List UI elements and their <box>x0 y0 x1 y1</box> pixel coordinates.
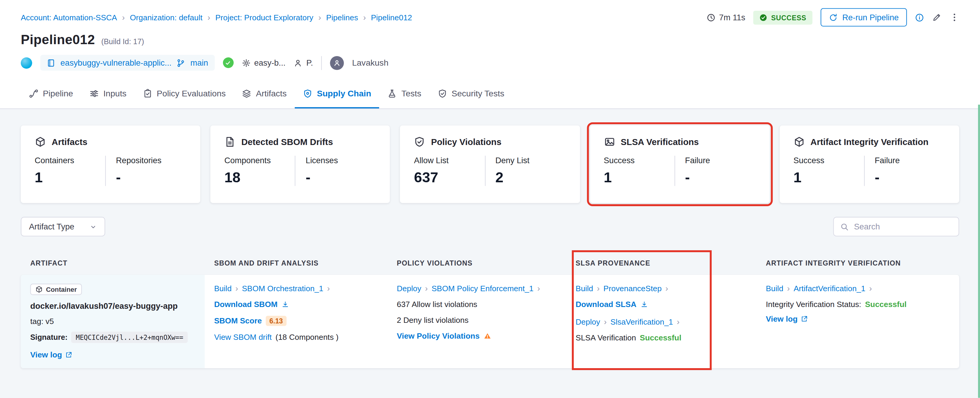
execution-duration: 7m 11s <box>706 13 745 22</box>
slsa-verification-status: SLSA Verification Successful <box>576 334 747 342</box>
security-tests-tab-icon <box>438 89 447 98</box>
info-icon[interactable] <box>915 13 924 22</box>
search-input[interactable] <box>854 222 952 232</box>
rerun-pipeline-button[interactable]: Re-run Pipeline <box>821 8 907 26</box>
chevron-right-icon: › <box>207 13 210 21</box>
execution-meta-row: easybuggy-vulnerable-applic... main easy… <box>21 55 959 79</box>
artifact-cell: Container docker.io/lavakush07/easy-bugg… <box>21 275 205 368</box>
chevron-right-icon: › <box>235 284 238 293</box>
provenance-step-link[interactable]: ProvenanceStep <box>603 284 662 293</box>
user-icon <box>294 58 302 67</box>
artifact-image-name: docker.io/lavakush07/easy-buggy-app <box>30 301 195 311</box>
status-badge: SUCCESS <box>754 10 813 24</box>
app-window: Account: Automation-SSCA › Organization:… <box>0 0 980 398</box>
chevron-right-icon: › <box>425 284 428 293</box>
breadcrumb-project-link[interactable]: Project: Product Exploratory <box>215 13 313 22</box>
artifacts-card: Artifacts Containers 1 Repositories - <box>21 125 200 203</box>
policy-step-link[interactable]: SBOM Policy Enforcement_1 <box>431 284 533 293</box>
integrity-verification-status: Integrity Verification Status: Successfu… <box>766 300 950 309</box>
artifact-signature: Signature: MEQCICde2Vjl...L+2+mqnOXw== <box>30 331 195 343</box>
artifacts-table: ARTIFACT SBOM AND DRIFT ANALYSIS POLICY … <box>21 259 959 368</box>
card-title: SLSA Verifications <box>621 137 699 147</box>
scrollbar[interactable] <box>978 105 980 398</box>
branch-link[interactable]: main <box>191 58 208 67</box>
more-options-icon[interactable] <box>950 13 959 22</box>
download-icon[interactable] <box>282 301 289 308</box>
signature-value: MEQCICde2Vjl...L+2+mqnOXw== <box>71 331 188 343</box>
external-link-icon <box>65 351 73 359</box>
sbom-drifts-card-icon <box>224 136 236 147</box>
trigger-type-label: P. <box>306 58 313 67</box>
repo-link[interactable]: easybuggy-vulnerable-applic... <box>60 58 172 67</box>
chevron-right-icon: › <box>318 13 321 21</box>
breadcrumb-account-link[interactable]: Account: Automation-SSCA <box>21 13 117 22</box>
download-icon[interactable] <box>640 301 648 308</box>
card-title: Detected SBOM Drifts <box>242 137 333 147</box>
tab-policy-evaluations[interactable]: Policy Evaluations <box>135 79 234 108</box>
title-row: Pipeline012 (Build Id: 17) <box>21 32 959 48</box>
table-row: Container docker.io/lavakush07/easy-bugg… <box>21 275 959 368</box>
search-icon <box>840 222 849 231</box>
trigger-type: P. <box>294 58 313 67</box>
card-title: Policy Violations <box>431 137 501 147</box>
inputs-tab-icon <box>89 89 99 98</box>
execution-tabs: Pipeline Inputs Policy Evaluations Artif… <box>0 79 980 109</box>
integrity-view-log-link[interactable]: View log <box>766 315 808 323</box>
deny-list-violations: 2 Deny list violations <box>397 316 557 325</box>
breadcrumb-pipeline-link[interactable]: Pipeline012 <box>371 13 412 22</box>
artifact-type-dropdown[interactable]: Artifact Type <box>21 217 105 237</box>
stat-repositories: Repositories - <box>105 156 186 186</box>
sbom-score-badge: 6.13 <box>266 316 287 326</box>
search-box[interactable] <box>833 217 959 237</box>
tab-pipeline[interactable]: Pipeline <box>21 79 81 108</box>
column-header-sbom: SBOM AND DRIFT ANALYSIS <box>205 259 387 267</box>
supply-chain-panel: Artifacts Containers 1 Repositories - <box>0 109 980 368</box>
breadcrumb-pipelines-link[interactable]: Pipelines <box>326 13 358 22</box>
slsa-verifications-card: SLSA Verifications Success 1 Failure - <box>590 125 770 203</box>
trigger-label: easy-b... <box>254 58 286 67</box>
edit-pipeline-icon[interactable] <box>932 13 942 22</box>
gear-icon <box>242 58 250 67</box>
view-policy-violations-link[interactable]: View Policy Violations <box>397 331 480 340</box>
clock-icon <box>706 13 715 22</box>
allow-list-violations: 637 Allow list violations <box>397 300 557 309</box>
top-bar: Account: Automation-SSCA › Organization:… <box>0 0 980 79</box>
tab-supply-chain[interactable]: Supply Chain <box>295 79 379 108</box>
artifact-tag: tag: v5 <box>30 317 195 326</box>
column-header-policy: POLICY VIOLATIONS <box>387 259 566 267</box>
artifact-view-log-link[interactable]: View log <box>30 350 73 360</box>
tab-artifacts[interactable]: Artifacts <box>234 79 295 108</box>
container-type-badge: Container <box>30 284 82 295</box>
download-sbom-link[interactable]: Download SBOM <box>214 300 277 309</box>
chevron-right-icon: › <box>604 317 606 327</box>
git-branch-icon <box>177 58 185 67</box>
policy-stage-link[interactable]: Deploy <box>397 284 421 293</box>
integrity-status-value: Successful <box>865 300 906 309</box>
view-sbom-drift-link[interactable]: View SBOM drift <box>214 333 272 342</box>
breadcrumb-org-link[interactable]: Organization: default <box>130 13 203 22</box>
duration-text: 7m 11s <box>719 13 745 22</box>
column-header-artifact: ARTIFACT <box>21 259 205 267</box>
chevron-right-icon: › <box>122 13 125 21</box>
user-avatar <box>330 56 344 70</box>
sbom-score-link[interactable]: SBOM Score <box>214 316 262 326</box>
policy-violations-card: Policy Violations Allow List 637 Deny Li… <box>400 125 580 203</box>
card-title: Artifacts <box>52 137 88 147</box>
tests-tab-icon <box>387 89 397 98</box>
build-id: (Build Id: 17) <box>101 37 144 46</box>
rerun-refresh-icon <box>829 13 838 22</box>
tab-security-tests[interactable]: Security Tests <box>430 79 512 108</box>
tab-inputs[interactable]: Inputs <box>81 79 135 108</box>
column-header-integrity: ARTIFACT INTEGRITY VERIFICATION <box>756 259 959 267</box>
sbom-step-link[interactable]: SBOM Orchestration_1 <box>242 284 323 293</box>
download-slsa-link[interactable]: Download SLSA <box>576 300 636 309</box>
tab-tests[interactable]: Tests <box>379 79 430 108</box>
slsa-verification-step-link[interactable]: SlsaVerification_1 <box>611 317 673 326</box>
integrity-stage-link[interactable]: Build <box>766 284 783 293</box>
sbom-drifts-card: Detected SBOM Drifts Components 18 Licen… <box>210 125 390 203</box>
slsa-build-stage-link[interactable]: Build <box>576 284 593 293</box>
artifact-verification-step-link[interactable]: ArtifactVerification_1 <box>794 284 865 293</box>
chevron-right-icon: › <box>677 317 679 327</box>
slsa-deploy-stage-link[interactable]: Deploy <box>576 317 600 326</box>
sbom-stage-link[interactable]: Build <box>214 284 232 293</box>
